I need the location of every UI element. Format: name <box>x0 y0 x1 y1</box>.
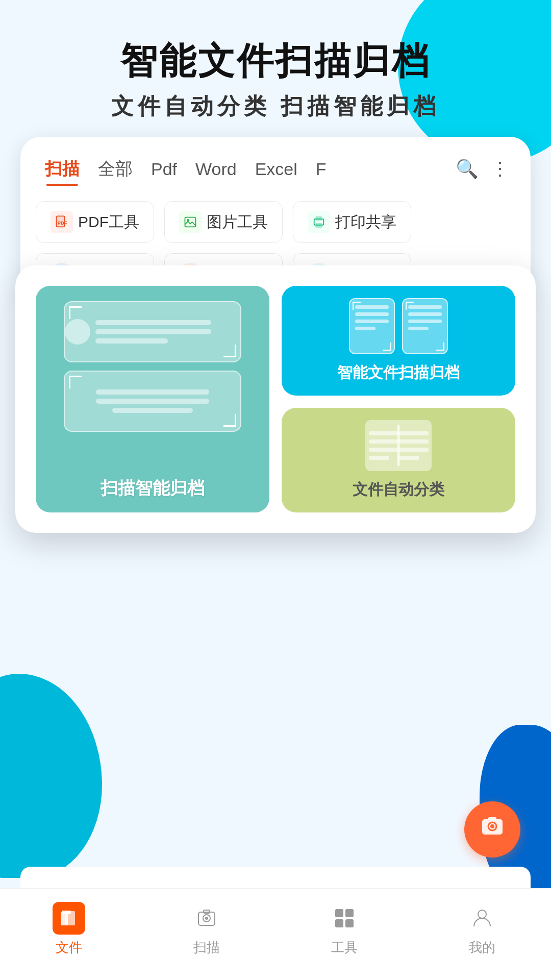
sub-title: 文件自动分类 扫描智能归档 <box>0 91 551 121</box>
mini-doc-1 <box>349 298 395 354</box>
feature-col-right: 智能文件扫描归档 文件自动分类 <box>282 286 515 512</box>
person-icon <box>65 319 90 345</box>
svg-rect-33 <box>335 909 343 917</box>
mini-doc-2 <box>402 298 448 354</box>
svg-point-31 <box>205 917 208 920</box>
id-card-illus <box>64 301 242 362</box>
tab-word[interactable]: Word <box>186 154 246 184</box>
main-title: 智能文件扫描归档 <box>0 41 551 81</box>
header-section: 智能文件扫描归档 文件自动分类 扫描智能归档 <box>0 0 551 137</box>
svg-rect-36 <box>345 919 354 927</box>
book-illus <box>365 420 432 471</box>
scan-archive-card[interactable]: 扫描智能归档 <box>36 286 269 512</box>
svg-rect-28 <box>62 911 71 914</box>
svg-text:PDF: PDF <box>58 220 67 226</box>
camera-fab-button[interactable] <box>464 801 520 857</box>
bottom-nav: 文件 扫描 工具 <box>0 888 551 980</box>
nav-tools[interactable]: 工具 <box>276 902 413 957</box>
nav-mine-label: 我的 <box>469 939 495 957</box>
files-nav-icon <box>53 902 85 935</box>
nav-files-label: 文件 <box>56 939 82 957</box>
svg-rect-25 <box>488 817 496 820</box>
print-tool-button[interactable]: 打印共享 <box>293 201 411 243</box>
mine-nav-icon <box>466 902 498 935</box>
nav-scan[interactable]: 扫描 <box>138 902 276 957</box>
camera-fab-icon <box>478 812 507 847</box>
smart-scan-card[interactable]: 智能文件扫描归档 <box>282 286 515 396</box>
scan-illustrations <box>48 301 257 477</box>
more-menu-icon[interactable]: ⋮ <box>485 153 515 185</box>
svg-point-24 <box>490 824 494 828</box>
img-tool-icon <box>179 211 202 233</box>
tab-all[interactable]: 全部 <box>89 152 142 186</box>
nav-files[interactable]: 文件 <box>0 902 138 957</box>
print-tool-icon <box>308 211 330 233</box>
pdf-tool-icon: PDF <box>51 211 73 233</box>
smart-scan-label: 智能文件扫描归档 <box>337 362 460 383</box>
feature-popup: 扫描智能归档 智能文件扫描归档 <box>15 265 536 533</box>
nav-tools-label: 工具 <box>331 939 358 957</box>
doc-illus <box>64 371 242 432</box>
docs-pair-illus <box>349 298 448 354</box>
tab-pdf[interactable]: Pdf <box>142 154 186 184</box>
auto-classify-card[interactable]: 文件自动分类 <box>282 408 515 512</box>
scan-archive-label: 扫描智能归档 <box>101 477 205 500</box>
scan-nav-icon <box>190 902 223 935</box>
img-tool-button[interactable]: 图片工具 <box>164 201 283 243</box>
bg-blob-left <box>0 674 102 878</box>
nav-mine[interactable]: 我的 <box>413 902 551 957</box>
search-icon[interactable]: 🔍 <box>449 153 485 185</box>
pdf-tool-button[interactable]: PDF PDF工具 <box>36 201 154 243</box>
tab-excel[interactable]: Excel <box>246 154 307 184</box>
auto-classify-label: 文件自动分类 <box>353 479 444 500</box>
tools-nav-icon <box>328 902 361 935</box>
tab-f[interactable]: F <box>307 154 336 184</box>
svg-point-37 <box>478 910 486 918</box>
svg-rect-34 <box>345 909 354 917</box>
tab-scan[interactable]: 扫描 <box>36 152 89 186</box>
svg-rect-35 <box>335 919 343 927</box>
svg-rect-7 <box>316 217 322 220</box>
tool-row-1: PDF PDF工具 图片工具 打印共享 <box>36 201 515 253</box>
tab-bar: 扫描 全部 Pdf Word Excel F 🔍 ⋮ <box>36 152 515 186</box>
nav-scan-label: 扫描 <box>193 939 220 957</box>
svg-rect-6 <box>316 224 322 228</box>
svg-rect-3 <box>185 217 196 227</box>
